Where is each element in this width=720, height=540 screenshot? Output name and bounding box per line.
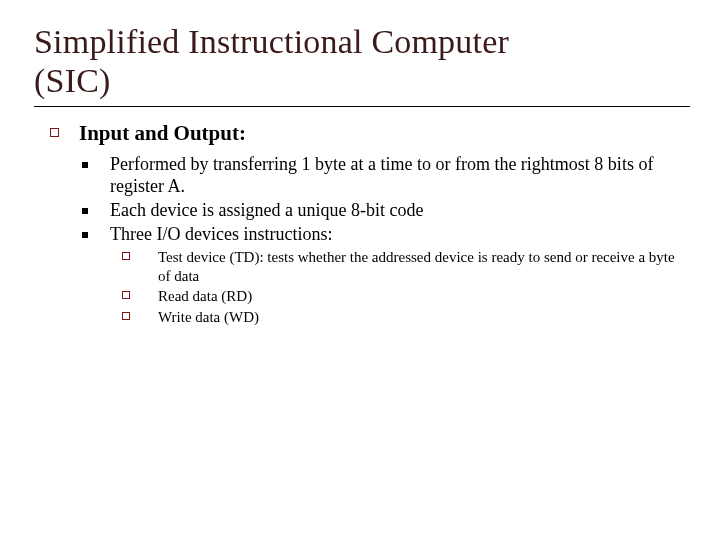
- sub-list-item-text: Write data (WD): [158, 308, 259, 327]
- title-line-1: Simplified Instructional Computer: [34, 23, 509, 60]
- list-item-text: Performed by transferring 1 byte at a ti…: [110, 154, 690, 198]
- sub-list-item-text: Test device (TD): tests whether the addr…: [158, 248, 690, 286]
- section-heading: Input and Output:: [79, 121, 246, 146]
- hollow-square-bullet-icon: [122, 252, 130, 260]
- hollow-square-bullet-icon: [122, 291, 130, 299]
- sub-list-item-text: Read data (RD): [158, 287, 252, 306]
- section-heading-row: Input and Output:: [50, 121, 690, 146]
- list-item: Three I/O devices instructions:: [82, 224, 690, 246]
- slide-title: Simplified Instructional Computer (SIC): [34, 22, 690, 100]
- list-item-text: Three I/O devices instructions:: [110, 224, 332, 246]
- list-item: Performed by transferring 1 byte at a ti…: [82, 154, 690, 198]
- filled-square-bullet-icon: [82, 208, 88, 214]
- hollow-square-bullet-icon: [122, 312, 130, 320]
- list-item-text: Each device is assigned a unique 8-bit c…: [110, 200, 423, 222]
- sub-list-item: Read data (RD): [122, 287, 690, 306]
- sub-list-item: Write data (WD): [122, 308, 690, 327]
- title-line-2: (SIC): [34, 62, 111, 99]
- slide: Simplified Instructional Computer (SIC) …: [0, 0, 720, 327]
- sub-list-item: Test device (TD): tests whether the addr…: [122, 248, 690, 286]
- content-area: Input and Output: Performed by transferr…: [50, 121, 690, 327]
- filled-square-bullet-icon: [82, 232, 88, 238]
- title-underline: [34, 106, 690, 107]
- filled-square-bullet-icon: [82, 162, 88, 168]
- list-item: Each device is assigned a unique 8-bit c…: [82, 200, 690, 222]
- hollow-square-bullet-icon: [50, 128, 59, 137]
